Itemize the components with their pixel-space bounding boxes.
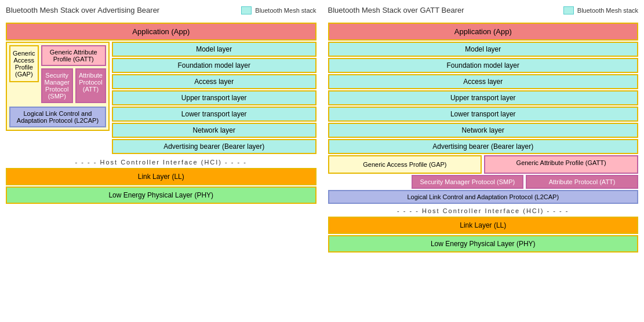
right-att-label: Attribute Protocol (ATT) (549, 178, 616, 185)
right-hci-label: - - - - Host Controller Interface (HCI) … (397, 207, 569, 214)
left-foundation-label: Foundation model layer (178, 61, 250, 69)
right-smp-box: Security Manager Protocol (SMP) (412, 175, 524, 189)
right-app-label: Application (App) (454, 27, 512, 36)
left-access-layer: Access layer (112, 74, 316, 89)
left-diagram: Bluetooth Mesh Stack over Advertising Be… (6, 6, 316, 254)
left-gap-label: Generic Access Profile (GAP) (13, 50, 35, 78)
left-lower-transport-label: Lower transport layer (181, 110, 247, 118)
left-att-box: Attribute Protocol (ATT) (75, 68, 106, 103)
left-yellow-outer: Generic Access Profile (GAP) Generic Att… (6, 42, 110, 131)
left-access-label: Access layer (194, 78, 234, 86)
right-phy-label: Low Energy Physical Layer (PHY) (431, 240, 536, 248)
right-smp-label: Security Manager Protocol (SMP) (420, 178, 515, 185)
left-model-layer: Model layer (112, 42, 316, 57)
right-title: Bluetooth Mesh Stack over GATT Bearer (328, 6, 464, 14)
right-lower-transport-label: Lower transport layer (450, 110, 516, 118)
left-phy-layer: Low Energy Physical Layer (PHY) (6, 186, 316, 204)
left-gap-gatt-row: Generic Access Profile (GAP) Generic Att… (9, 45, 106, 104)
right-link-label: Link Layer (LL) (460, 221, 506, 229)
left-app-label: Application (App) (132, 27, 190, 36)
right-hci-line: - - - - Host Controller Interface (HCI) … (328, 205, 639, 217)
right-network-layer: Network layer (328, 123, 639, 138)
right-l2cap-box: Logical Link Control and Adaptation Prot… (328, 190, 639, 204)
left-gap-box: Generic Access Profile (GAP) (9, 45, 39, 82)
right-gatt-box: Generic Attribute Profile (GATT) (484, 155, 638, 174)
right-gap-gatt-row: Generic Access Profile (GAP) Generic Att… (328, 155, 639, 174)
right-network-label: Network layer (462, 126, 504, 134)
right-header: Bluetooth Mesh Stack over GATT Bearer Bl… (328, 6, 639, 19)
left-gatt-label: Generic Attribute Profile (GATT) (50, 49, 97, 63)
right-app-box: Application (App) (328, 23, 639, 41)
right-gatt-label: Generic Attribute Profile (GATT) (516, 159, 606, 166)
left-phy-label: Low Energy Physical Layer (PHY) (108, 191, 213, 199)
left-hci-line: - - - - Host Controller Interface (HCI) … (6, 156, 316, 168)
left-link-label: Link Layer (LL) (138, 173, 184, 181)
right-advertising-label: Advertising bearer (Bearer layer) (432, 142, 533, 151)
left-link-layer: Link Layer (LL) (6, 168, 316, 185)
left-smp-att-row: Security Manager Protocol (SMP) Attribut… (41, 68, 106, 103)
left-middle-section: Generic Access Profile (GAP) Generic Att… (6, 42, 316, 155)
right-legend-box (563, 6, 574, 14)
left-legend-label: Bluetooth Mesh stack (255, 7, 316, 14)
left-smp-label: Security Manager Protocol (SMP) (45, 72, 70, 100)
right-phy-layer: Low Energy Physical Layer (PHY) (328, 235, 639, 253)
left-title: Bluetooth Mesh Stack over Advertising Be… (6, 6, 159, 14)
left-upper-transport-layer: Upper transport layer (112, 90, 316, 105)
right-diagram: Bluetooth Mesh Stack over GATT Bearer Bl… (328, 6, 639, 254)
left-profiles-col: Generic Access Profile (GAP) Generic Att… (6, 42, 110, 155)
right-foundation-label: Foundation model layer (447, 61, 519, 69)
left-advertising-label: Advertising bearer (Bearer layer) (163, 142, 264, 151)
right-legend-label: Bluetooth Mesh stack (577, 7, 638, 14)
right-gap-label: Generic Access Profile (GAP) (363, 161, 446, 168)
left-gatt-box: Generic Attribute Profile (GATT) (41, 45, 106, 66)
left-l2cap-label: Logical Link Control and Adaptation Prot… (17, 110, 99, 124)
right-legend: Bluetooth Mesh stack (563, 6, 638, 14)
left-foundation-model-layer: Foundation model layer (112, 58, 316, 73)
right-l2cap-label: Logical Link Control and Adaptation Prot… (407, 193, 559, 200)
left-l2cap-box: Logical Link Control and Adaptation Prot… (9, 107, 106, 127)
right-access-layer: Access layer (328, 74, 639, 89)
left-upper-transport-label: Upper transport layer (181, 94, 247, 102)
main-container: Bluetooth Mesh Stack over Advertising Be… (6, 6, 638, 254)
right-advertising-bearer: Advertising bearer (Bearer layer) (328, 139, 639, 154)
left-advertising-bearer: Advertising bearer (Bearer layer) (112, 139, 316, 154)
left-network-layer: Network layer (112, 123, 316, 138)
left-hci-label: - - - - Host Controller Interface (HCI) … (75, 159, 247, 166)
left-legend: Bluetooth Mesh stack (241, 6, 316, 14)
left-lower-transport-layer: Lower transport layer (112, 107, 316, 122)
right-upper-transport-layer: Upper transport layer (328, 90, 639, 105)
right-model-label: Model layer (465, 45, 501, 53)
right-att-box: Attribute Protocol (ATT) (526, 175, 638, 189)
right-smp-att-row: Security Manager Protocol (SMP) Attribut… (328, 175, 639, 189)
left-header: Bluetooth Mesh Stack over Advertising Be… (6, 6, 316, 19)
left-legend-box (241, 6, 252, 14)
right-gap-box: Generic Access Profile (GAP) (328, 155, 482, 174)
left-app-box: Application (App) (6, 23, 316, 41)
left-smp-box: Security Manager Protocol (SMP) (41, 68, 73, 103)
left-model-label: Model layer (196, 45, 232, 53)
left-mesh-layers: Model layer Foundation model layer Acces… (112, 42, 316, 155)
right-link-layer: Link Layer (LL) (328, 217, 639, 234)
right-access-label: Access layer (463, 78, 503, 86)
left-network-label: Network layer (193, 126, 235, 134)
left-att-label: Attribute Protocol (ATT) (79, 72, 103, 93)
right-lower-transport-layer: Lower transport layer (328, 107, 639, 122)
right-model-layer: Model layer (328, 42, 639, 57)
right-foundation-model-layer: Foundation model layer (328, 58, 639, 73)
right-upper-transport-label: Upper transport layer (450, 94, 516, 102)
